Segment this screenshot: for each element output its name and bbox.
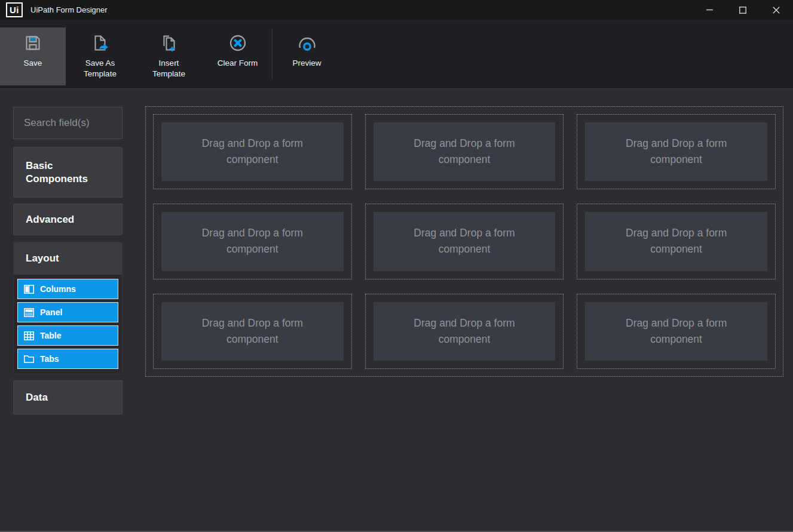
drop-zone-text: Drag and Drop a form component [188, 136, 317, 168]
sidebar-item-columns-label: Columns [40, 284, 76, 294]
save-button[interactable]: Save [0, 27, 66, 85]
drop-zone-text: Drag and Drop a form component [188, 225, 317, 257]
drop-zone[interactable]: Drag and Drop a form component [161, 212, 344, 270]
drop-zone-text: Drag and Drop a form component [612, 315, 740, 348]
drop-zone-text: Drag and Drop a form component [400, 136, 528, 168]
minimize-icon [706, 7, 713, 13]
maximize-button[interactable] [726, 0, 760, 20]
floppy-disk-icon [24, 34, 42, 52]
group-basic-components[interactable]: Basic Components [13, 147, 123, 198]
search-fields-input[interactable] [13, 107, 123, 139]
insert-template-label: Insert Template [142, 58, 197, 79]
group-layout-container: Layout Columns [13, 242, 123, 374]
columns-icon [24, 285, 34, 294]
group-basic-components-label: Basic Components [26, 159, 114, 186]
form-column[interactable]: Drag and Drop a form component [365, 114, 564, 189]
sidebar-item-tabs[interactable]: Tabs [17, 349, 118, 369]
group-data[interactable]: Data [13, 380, 123, 414]
uipath-logo: Ui [6, 2, 23, 17]
main-content: Basic Components Advanced Layout [0, 88, 793, 531]
group-data-label: Data [26, 391, 48, 404]
drop-zone[interactable]: Drag and Drop a form component [585, 302, 767, 361]
maximize-icon [739, 7, 746, 14]
form-column[interactable]: Drag and Drop a form component [577, 204, 776, 279]
form-column[interactable]: Drag and Drop a form component [153, 114, 352, 189]
drop-zone[interactable]: Drag and Drop a form component [585, 212, 767, 270]
panel-icon [24, 308, 34, 317]
save-label: Save [5, 58, 60, 69]
drop-zone[interactable]: Drag and Drop a form component [373, 212, 556, 270]
sidebar-item-columns[interactable]: Columns [17, 279, 118, 299]
preview-label: Preview [280, 58, 335, 69]
toolbar: Save Save As Template [0, 20, 793, 88]
drop-zone[interactable]: Drag and Drop a form component [373, 122, 556, 181]
group-layout-body: Columns Panel [14, 275, 122, 374]
document-arrow-icon [91, 34, 110, 52]
window-title: UiPath Form Designer [30, 5, 108, 14]
drop-zone[interactable]: Drag and Drop a form component [161, 122, 344, 181]
window-controls [693, 0, 793, 20]
clear-form-label: Clear Form [210, 58, 265, 69]
sidebar-item-panel-label: Panel [40, 307, 62, 317]
insert-template-button[interactable]: Insert Template [134, 27, 203, 85]
sidebar-item-table[interactable]: Table [17, 325, 118, 346]
components-sidebar: Basic Components Advanced Layout [0, 89, 131, 531]
save-as-template-button[interactable]: Save As Template [66, 27, 134, 85]
sidebar-item-panel[interactable]: Panel [17, 302, 118, 322]
drop-zone[interactable]: Drag and Drop a form component [373, 302, 556, 361]
minimize-button[interactable] [693, 0, 726, 20]
group-layout[interactable]: Layout [14, 242, 122, 275]
drop-zone-text: Drag and Drop a form component [400, 315, 528, 348]
drop-zone[interactable]: Drag and Drop a form component [161, 302, 344, 361]
drop-zone-text: Drag and Drop a form component [612, 225, 740, 257]
document-plus-icon [160, 34, 178, 52]
drop-zone-text: Drag and Drop a form component [612, 136, 740, 168]
tabs-folder-icon [24, 355, 34, 364]
drop-zone[interactable]: Drag and Drop a form component [585, 122, 767, 181]
group-layout-label: Layout [26, 252, 59, 265]
form-column[interactable]: Drag and Drop a form component [577, 294, 776, 369]
form-column[interactable]: Drag and Drop a form component [365, 204, 564, 279]
sidebar-item-tabs-label: Tabs [40, 354, 59, 364]
save-as-template-label: Save As Template [73, 58, 128, 79]
clear-form-button[interactable]: Clear Form [203, 27, 272, 85]
form-column[interactable]: Drag and Drop a form component [153, 294, 352, 369]
drop-zone-text: Drag and Drop a form component [188, 315, 317, 348]
form-canvas-area: Drag and Drop a form component Drag and … [131, 89, 793, 531]
close-icon [773, 7, 780, 14]
preview-button[interactable]: Preview [273, 27, 341, 85]
form-canvas: Drag and Drop a form component Drag and … [145, 106, 783, 377]
form-column[interactable]: Drag and Drop a form component [153, 204, 352, 279]
preview-arc-icon [296, 34, 318, 52]
circle-x-icon [229, 34, 247, 52]
table-icon [24, 331, 34, 340]
drop-zone-text: Drag and Drop a form component [400, 225, 528, 257]
close-button[interactable] [760, 0, 793, 20]
form-column[interactable]: Drag and Drop a form component [365, 294, 564, 369]
titlebar: Ui UiPath Form Designer [0, 0, 793, 20]
form-column[interactable]: Drag and Drop a form component [577, 114, 776, 189]
group-advanced[interactable]: Advanced [13, 204, 123, 235]
group-advanced-label: Advanced [26, 213, 74, 226]
sidebar-item-table-label: Table [40, 331, 62, 340]
app-window: Ui UiPath Form Designer [0, 0, 793, 532]
